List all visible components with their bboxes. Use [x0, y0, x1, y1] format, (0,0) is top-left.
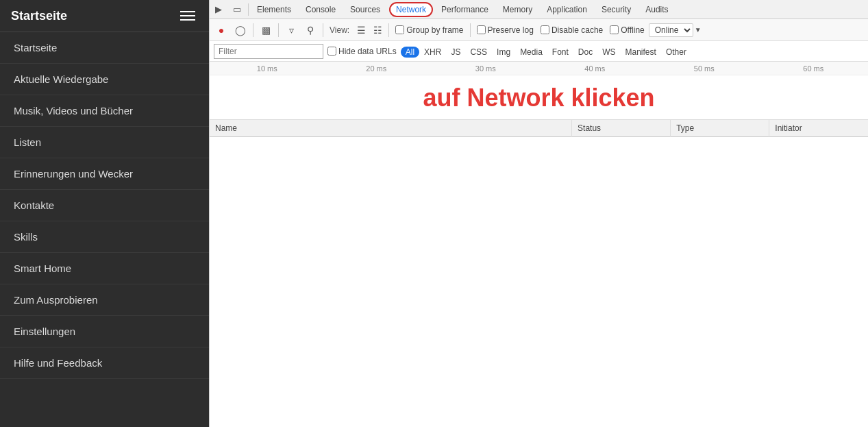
filter-type-font[interactable]: Font	[547, 47, 573, 58]
preserve-log-checkbox[interactable]	[477, 25, 486, 34]
col-initiator: Initiator	[769, 120, 868, 137]
view-group-button[interactable]: ☷	[370, 23, 385, 38]
filter-type-xhr[interactable]: XHR	[419, 47, 446, 58]
network-tab-wrapper: Network	[388, 0, 434, 19]
network-click-hint: auf Network klicken	[423, 84, 654, 112]
offline-text: Offline	[621, 25, 644, 35]
filter-type-buttons: AllXHRJSCSSImgMediaFontDocWSManifestOthe…	[401, 45, 691, 58]
timeline-content: auf Network klicken	[210, 75, 868, 120]
offline-label[interactable]: Offline	[610, 25, 644, 35]
sidebar-header: Startseite	[0, 0, 209, 32]
ruler-tick: 30 ms	[431, 64, 541, 73]
table-header-row: NameStatusTypeInitiator	[210, 120, 868, 137]
toolbar-separator-4	[388, 23, 389, 37]
view-list-button[interactable]: ☰	[354, 23, 369, 38]
filter-button[interactable]: ▿	[282, 21, 300, 39]
table-header: NameStatusTypeInitiator	[210, 120, 868, 137]
filter-type-manifest[interactable]: Manifest	[621, 47, 661, 58]
tab-memory[interactable]: Memory	[496, 0, 540, 19]
preserve-log-label[interactable]: Preserve log	[477, 25, 534, 35]
toolbar-separator-5	[470, 23, 471, 37]
camera-button[interactable]: ▩	[257, 21, 275, 39]
tab-audits[interactable]: Audits	[638, 0, 675, 19]
group-by-frame-checkbox[interactable]	[395, 25, 404, 34]
throttle-dropdown-arrow: ▼	[695, 26, 702, 34]
filter-type-media[interactable]: Media	[515, 47, 547, 58]
ruler-tick: 60 ms	[759, 64, 869, 73]
filter-type-ws[interactable]: WS	[597, 47, 620, 58]
sidebar: Startseite StartseiteAktuelle Wiedergabe…	[0, 0, 209, 427]
devtools-tabs-bar: ▶ ▭ Elements Console Sources Network Per…	[210, 0, 868, 19]
toolbar-separator-3	[323, 23, 323, 37]
record-button[interactable]: ●	[212, 21, 230, 39]
col-type: Type	[671, 120, 769, 137]
group-by-frame-label[interactable]: Group by frame	[395, 25, 463, 35]
throttle-select[interactable]: Online	[649, 23, 693, 37]
clear-button[interactable]: ◯	[232, 21, 249, 39]
tab-separator-1	[248, 3, 249, 16]
sidebar-item-3[interactable]: Listen	[0, 127, 209, 158]
ruler-tick: 10 ms	[212, 64, 322, 73]
sidebar-item-1[interactable]: Aktuelle Wiedergabe	[0, 64, 209, 95]
hamburger-line-1	[180, 11, 195, 12]
toolbar-separator-1	[253, 23, 253, 37]
sidebar-item-4[interactable]: Erinnerungen und Wecker	[0, 158, 209, 190]
filter-type-all[interactable]: All	[401, 47, 419, 58]
devtools-panel: ▶ ▭ Elements Console Sources Network Per…	[209, 0, 868, 427]
tab-sources[interactable]: Sources	[343, 0, 388, 19]
disable-cache-label[interactable]: Disable cache	[541, 25, 603, 35]
filter-type-other[interactable]: Other	[661, 47, 691, 58]
filter-row: Hide data URLs AllXHRJSCSSImgMediaFontDo…	[210, 41, 868, 62]
inspect-icon[interactable]: ▶	[210, 1, 227, 17]
view-label: View:	[330, 25, 349, 35]
hide-data-urls-text: Hide data URLs	[338, 47, 397, 56]
col-name: Name	[210, 120, 572, 137]
hamburger-line-3	[180, 19, 195, 21]
sidebar-item-7[interactable]: Smart Home	[0, 253, 209, 284]
filter-type-css[interactable]: CSS	[465, 47, 492, 58]
disable-cache-checkbox[interactable]	[541, 25, 549, 34]
requests-table: NameStatusTypeInitiator	[210, 120, 868, 137]
timeline-ruler: 10 ms20 ms30 ms40 ms50 ms60 ms	[210, 62, 868, 75]
ruler-tick: 20 ms	[322, 64, 432, 73]
hide-data-urls-checkbox[interactable]	[327, 47, 336, 56]
toolbar-separator-2	[278, 23, 279, 37]
sidebar-item-9[interactable]: Einstellungen	[0, 316, 209, 347]
sidebar-items: StartseiteAktuelle WiedergabeMusik, Vide…	[0, 32, 209, 379]
disable-cache-text: Disable cache	[551, 25, 603, 35]
offline-checkbox[interactable]	[610, 25, 619, 34]
device-icon[interactable]: ▭	[227, 1, 247, 17]
sidebar-item-5[interactable]: Kontakte	[0, 190, 209, 221]
sidebar-item-2[interactable]: Musik, Videos und Bücher	[0, 95, 209, 127]
hamburger-line-2	[180, 15, 195, 16]
preserve-log-text: Preserve log	[488, 25, 534, 35]
tab-console[interactable]: Console	[299, 0, 343, 19]
ruler-tick: 40 ms	[541, 64, 650, 73]
col-status: Status	[572, 120, 671, 137]
filter-type-img[interactable]: Img	[492, 47, 515, 58]
search-button[interactable]: ⚲	[301, 21, 319, 39]
ruler-tick: 50 ms	[649, 64, 759, 73]
filter-input[interactable]	[214, 44, 323, 59]
filter-type-js[interactable]: JS	[446, 47, 465, 58]
tab-elements[interactable]: Elements	[250, 0, 299, 19]
network-toolbar: ● ◯ ▩ ▿ ⚲ View: ☰ ☷ Group by frame Prese…	[210, 19, 868, 41]
sidebar-item-10[interactable]: Hilfe und Feedback	[0, 347, 209, 379]
hamburger-button[interactable]	[177, 8, 198, 23]
filter-type-doc[interactable]: Doc	[573, 47, 597, 58]
sidebar-title: Startseite	[11, 9, 67, 23]
tab-performance[interactable]: Performance	[434, 0, 496, 19]
timeline: 10 ms20 ms30 ms40 ms50 ms60 ms auf Netwo…	[210, 62, 868, 120]
sidebar-item-8[interactable]: Zum Ausprobieren	[0, 284, 209, 316]
network-table: NameStatusTypeInitiator	[210, 120, 868, 427]
sidebar-item-6[interactable]: Skills	[0, 221, 209, 253]
hide-data-urls-label[interactable]: Hide data URLs	[327, 47, 397, 56]
group-by-frame-text: Group by frame	[406, 25, 463, 35]
tab-security[interactable]: Security	[595, 0, 638, 19]
tab-application[interactable]: Application	[540, 0, 595, 19]
tab-network[interactable]: Network	[389, 2, 433, 17]
sidebar-item-0[interactable]: Startseite	[0, 32, 209, 64]
